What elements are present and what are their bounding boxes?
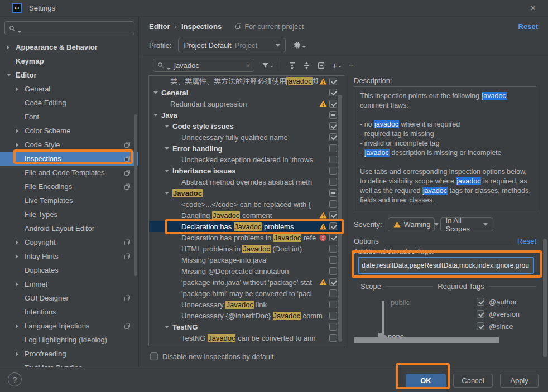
chevron-down-icon[interactable] (165, 192, 169, 195)
sidebar-item-live-templates[interactable]: Live Templates (0, 193, 138, 207)
chevron-right-icon[interactable] (16, 282, 18, 287)
inspection-row-dangling-javadoc-comment[interactable]: Dangling Javadoc comment (149, 210, 344, 221)
inspection-row-code-style-issues[interactable]: Code style issues (149, 120, 344, 132)
inspection-row-unnecessary-javadoc-link[interactable]: Unnecessary Javadoc link (149, 299, 344, 310)
cancel-button[interactable]: Cancel (453, 374, 493, 388)
chevron-down-icon[interactable] (165, 125, 169, 128)
collapse-all-icon[interactable] (303, 62, 310, 69)
inspection-enabled-checkbox[interactable] (329, 100, 337, 108)
breadcrumb-editor[interactable]: Editor (149, 22, 170, 31)
chevron-down-icon[interactable] (7, 74, 11, 76)
profile-gear-button[interactable] (292, 41, 306, 50)
required-tag-checkbox[interactable] (477, 310, 484, 318)
settings-search-input[interactable] (4, 21, 134, 35)
sidebar-item-font[interactable]: Font (0, 110, 138, 124)
sidebar-item-file-and-code-templates[interactable]: File and Code Templates (0, 166, 138, 180)
slider-horizontal-track[interactable] (354, 337, 499, 343)
inspection-enabled-checkbox[interactable] (329, 122, 337, 130)
sidebar-item-inlay-hints[interactable]: Inlay Hints (0, 249, 138, 263)
inspection-enabled-checkbox[interactable] (329, 89, 337, 96)
additional-tags-input[interactable]: date,resultData,pageResultData,mock,inde… (358, 257, 534, 274)
inspection-enabled-checkbox[interactable] (329, 178, 337, 186)
inspection-enabled-checkbox[interactable] (329, 256, 337, 264)
inspection-row-package-info-java-without-package-st[interactable]: 'package-info.java' without 'package' st… (149, 277, 344, 288)
inspection-enabled-checkbox[interactable] (329, 111, 337, 119)
chevron-down-icon[interactable] (165, 170, 169, 172)
inspection-enabled-checkbox[interactable] (329, 200, 337, 208)
profile-select[interactable]: Project Default Project (178, 38, 286, 52)
sidebar-item-inspections[interactable]: Inspections (0, 152, 138, 166)
visibility-slider-track[interactable] (382, 301, 384, 336)
sidebar-item-proofreading[interactable]: Proofreading (0, 347, 138, 361)
sidebar-item-emmet[interactable]: Emmet (0, 277, 138, 291)
inspection-row-redundant-suppression[interactable]: Redundant suppression (149, 98, 344, 109)
sidebar-item-log-highlighting-ideolog[interactable]: Log Highlighting (Ideolog) (0, 333, 138, 347)
inspection-row-inheritance-issues[interactable]: Inheritance issues (149, 165, 344, 176)
sidebar-item-file-encodings[interactable]: File Encodings (0, 180, 138, 193)
inspection-row-unchecked-exception-declared-in-throws[interactable]: Unchecked exception declared in 'throws (149, 154, 344, 165)
chevron-right-icon[interactable] (16, 240, 18, 245)
inspection-enabled-checkbox[interactable] (329, 267, 337, 275)
chevron-down-icon[interactable] (165, 326, 169, 328)
chevron-down-icon[interactable] (153, 114, 158, 117)
inspection-row-package-html-may-be-converted-to-pacl[interactable]: 'package.html' may be converted to 'pacl (149, 288, 344, 299)
chevron-right-icon[interactable] (16, 254, 18, 259)
inspection-enabled-checkbox[interactable] (329, 189, 337, 197)
filter-icon[interactable] (262, 62, 273, 69)
inspection-row-testng-javadoc-can-be-converted-to-ann[interactable]: TestNG Javadoc can be converted to ann (149, 332, 344, 343)
chevron-right-icon[interactable] (7, 45, 9, 50)
inspection-row-javadoc[interactable]: Javadoc (149, 187, 344, 199)
sidebar-item-editor[interactable]: Editor (0, 68, 138, 82)
inspections-search-input[interactable]: javadoc × (153, 59, 254, 72)
inspection-enabled-checkbox[interactable] (329, 323, 337, 331)
inspection-enabled-checkbox[interactable] (329, 78, 337, 85)
ok-button[interactable]: OK (406, 374, 446, 388)
sidebar-item-copyright[interactable]: Copyright (0, 235, 138, 249)
inspection-row-code-code-can-be-replaced-with[interactable]: <code>...</code> can be replaced with { (149, 199, 344, 210)
inspection-enabled-checkbox[interactable] (329, 301, 337, 308)
close-icon[interactable]: × (527, 2, 539, 14)
inspection-row-abstract-method-overrides-abstract-meth[interactable]: Abstract method overrides abstract meth (149, 176, 344, 187)
clear-search-icon[interactable]: × (246, 61, 250, 70)
sidebar-item-gui-designer[interactable]: GUI Designer (0, 291, 138, 305)
required-tag-checkbox[interactable] (477, 322, 484, 330)
apply-button[interactable]: Apply (500, 374, 539, 388)
severity-select[interactable]: Warning (388, 217, 435, 231)
inspection-row-missing-deprecated-annotation[interactable]: Missing @Deprecated annotation (149, 265, 344, 277)
inspection-row-java[interactable]: Java (149, 109, 344, 120)
tree-scrollbar[interactable] (338, 95, 342, 342)
inspection-enabled-checkbox[interactable] (329, 222, 337, 230)
chevron-right-icon[interactable] (16, 352, 18, 356)
sidebar-item-code-style[interactable]: Code Style (0, 138, 138, 152)
sidebar-item-general[interactable]: General (0, 82, 138, 96)
chevron-down-icon[interactable] (153, 91, 158, 94)
sidebar-scrollbar[interactable] (134, 114, 137, 276)
inspection-enabled-checkbox[interactable] (329, 234, 337, 241)
inspection-row-declaration-has-problems-in-javadoc-re[interactable]: Declaration has problems in Javadoc refe (149, 232, 344, 243)
inspection-enabled-checkbox[interactable] (329, 156, 337, 163)
inspection-enabled-checkbox[interactable] (329, 144, 337, 152)
reset-inspections-icon[interactable] (318, 62, 325, 69)
sidebar-item-intentions[interactable]: Intentions (0, 305, 138, 319)
inspection-row-testng[interactable]: TestNG (149, 321, 344, 332)
sidebar-item-textmate-bundles[interactable]: TextMate Bundles (0, 361, 138, 367)
chevron-right-icon[interactable] (16, 143, 18, 147)
chevron-right-icon[interactable] (16, 129, 18, 133)
inspection-enabled-checkbox[interactable] (329, 133, 337, 141)
sidebar-item-keymap[interactable]: Keymap (0, 54, 138, 68)
inspection-enabled-checkbox[interactable] (329, 312, 337, 320)
inspection-enabled-checkbox[interactable] (329, 289, 337, 297)
scopes-select[interactable]: In All Scopes (440, 217, 493, 231)
chevron-down-icon[interactable] (165, 147, 169, 150)
add-inspection-icon[interactable]: + (332, 62, 342, 69)
required-tag-checkbox[interactable] (477, 298, 484, 306)
chevron-right-icon[interactable] (16, 87, 18, 91)
options-reset-link[interactable]: Reset (517, 237, 536, 245)
chevron-right-icon[interactable] (16, 324, 18, 328)
sidebar-item-appearance-behavior[interactable]: Appearance & Behavior (0, 40, 138, 54)
help-button[interactable]: ? (8, 372, 22, 386)
disable-new-inspections-checkbox[interactable] (150, 352, 158, 360)
sidebar-item-duplicates[interactable]: Duplicates (0, 263, 138, 277)
inspection-row-missing-package-info-java[interactable]: Missing 'package-info.java' (149, 254, 344, 265)
sidebar-item-color-scheme[interactable]: Color Scheme (0, 124, 138, 138)
